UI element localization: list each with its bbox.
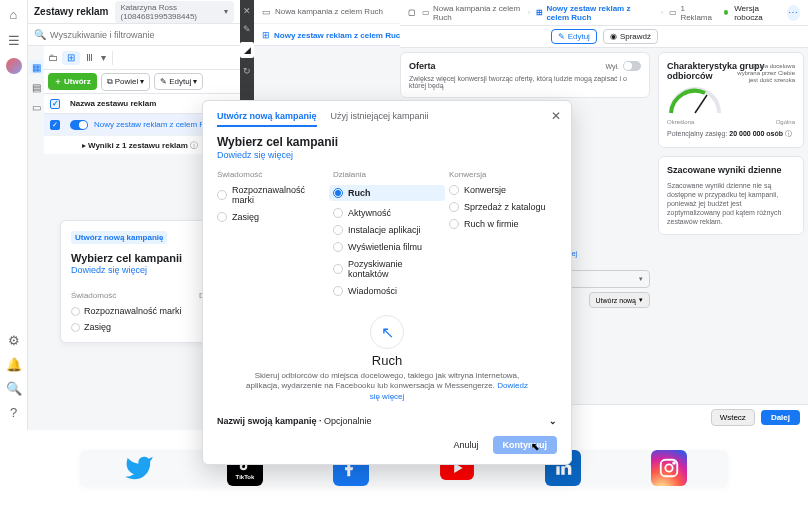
create-button[interactable]: ＋Utwórz	[48, 73, 97, 90]
search-icon: 🔍	[34, 29, 46, 40]
chevron-right-icon[interactable]: ▸	[82, 141, 86, 150]
avatar[interactable]	[6, 58, 22, 74]
offer-toggle[interactable]	[623, 61, 641, 71]
more-menu-icon[interactable]: ⋯	[787, 5, 800, 21]
review-tab[interactable]: ◉Sprawdź	[603, 29, 658, 44]
status-badge: Wersja robocza	[734, 4, 780, 22]
column-toggle-icon[interactable]: Ⅲ	[84, 52, 95, 63]
cursor-icon: ↖	[370, 315, 404, 349]
row-checkbox[interactable]: ✓	[50, 120, 60, 130]
list-view-icon[interactable]: ▭	[29, 100, 43, 114]
selected-objective-desc: Skieruj odbiorców do miejsca docelowego,…	[241, 371, 533, 402]
radio-brand-awareness[interactable]: Rozpoznawalność marki	[217, 185, 325, 205]
pencil-icon[interactable]: ✎	[242, 24, 252, 34]
radio-brand-awareness[interactable]: Rozpoznawalność marki	[71, 306, 182, 316]
help-icon[interactable]: ?	[6, 404, 22, 420]
chart-icon[interactable]: ◢	[240, 42, 254, 58]
tab-existing-campaign[interactable]: Użyj istniejącej kampanii	[331, 111, 429, 127]
top-bar: Zestawy reklam Katarzyna Ross (108468199…	[28, 0, 240, 24]
next-button[interactable]: Dalej	[761, 410, 800, 425]
view-row: 🗀 ⊞ Ⅲ ▾	[44, 46, 240, 70]
column-header-name: Nazwa zestawu reklam	[70, 99, 156, 108]
history-icon[interactable]: ↻	[242, 66, 252, 76]
estimated-results-card: Szacowane wyniki dzienne Szacowane wynik…	[658, 156, 804, 235]
chart-view-icon[interactable]: ▤	[29, 80, 43, 94]
search-row: 🔍	[28, 24, 240, 46]
radio-engagement[interactable]: Aktywność	[333, 208, 441, 218]
main-editor-column: Oferta Wył. Zwiększ więcej konwersji two…	[400, 52, 650, 104]
radio-catalog-sales[interactable]: Sprzedaż z katalogu	[449, 202, 557, 212]
radio-lead-gen[interactable]: Pozyskiwanie kontaktów	[333, 259, 441, 279]
panel-icon[interactable]: ▢	[408, 8, 416, 17]
account-name: Katarzyna Ross (1084681995398445)	[121, 3, 221, 21]
close-icon[interactable]: ✕	[551, 109, 561, 123]
breadcrumb-ad-top[interactable]: ▭1 Reklama	[669, 4, 712, 22]
learn-more-link[interactable]: Dowiedz się więcej	[217, 150, 557, 160]
breadcrumb-adset-top[interactable]: ⊞Nowy zestaw reklam z celem Ruch	[536, 4, 654, 22]
chevron-down-icon: ▾	[99, 52, 108, 63]
radio-store-traffic[interactable]: Ruch w firmie	[449, 219, 557, 229]
bell-icon[interactable]: 🔔	[6, 356, 22, 372]
grid-layout-icon[interactable]: ⊞	[62, 51, 80, 65]
chevron-down-icon: ▾	[193, 77, 197, 86]
radio-reach[interactable]: Zasięg	[217, 212, 325, 222]
close-icon[interactable]: ✕	[242, 6, 252, 16]
select-all-checkbox[interactable]: ✓	[50, 99, 60, 109]
pencil-icon: ✎	[160, 77, 167, 86]
mouse-cursor-icon: ⬉	[531, 441, 539, 452]
pencil-icon: ✎	[558, 32, 565, 41]
radio-reach[interactable]: Zasięg	[71, 322, 182, 332]
twitter-icon[interactable]	[121, 450, 157, 486]
edit-button[interactable]: ✎Edytuj▾	[154, 73, 203, 90]
search-input[interactable]	[50, 30, 234, 40]
tab-new-campaign[interactable]: Utwórz nową kampanię	[217, 111, 317, 127]
svg-line-0	[695, 95, 707, 113]
continue-button[interactable]: Kontynuuj⬉	[493, 436, 558, 454]
svg-point-4	[673, 462, 675, 464]
status-dot	[724, 10, 728, 15]
menu-icon[interactable]: ☰	[6, 32, 22, 48]
editor-subheader: ✎Edytuj ◉Sprawdź	[400, 26, 808, 48]
create-campaign-modal: ✕ Utwórz nową kampanię Użyj istniejącej …	[202, 100, 572, 465]
info-icon[interactable]: ⓘ	[785, 130, 792, 137]
modal-title: Wybierz cel kampanii	[217, 135, 557, 149]
cancel-button[interactable]: Anuluj	[445, 436, 486, 454]
search-icon[interactable]: 🔍	[6, 380, 22, 396]
info-icon[interactable]: ⓘ	[190, 140, 198, 151]
right-sidebar: Charakterystyka grupy odbiorców Określon…	[658, 52, 804, 243]
home-icon[interactable]: ⌂	[6, 6, 22, 22]
gear-icon[interactable]: ⚙	[6, 332, 22, 348]
instagram-icon[interactable]	[651, 450, 687, 486]
folder-icon[interactable]: 🗀	[48, 52, 58, 63]
folder-icon: ▭	[262, 7, 271, 17]
chevron-down-icon: ▾	[639, 296, 643, 304]
page-title: Zestawy reklam	[34, 6, 109, 17]
name-campaign-row[interactable]: Nazwij swoją kampanię · Opcjonalnie ⌄	[217, 416, 557, 426]
breadcrumb-campaign-top[interactable]: ▭Nowa kampania z celem Ruch	[422, 4, 522, 22]
section-title: Oferta	[409, 61, 436, 71]
offer-section: Oferta Wył. Zwiększ więcej konwersji two…	[400, 52, 650, 98]
account-select[interactable]: Katarzyna Ross (1084681995398445) ▾	[115, 1, 235, 23]
radio-messages[interactable]: Wiadomości	[333, 286, 441, 296]
radio-app-installs[interactable]: Instalacje aplikacji	[333, 225, 441, 235]
radio-conversions[interactable]: Konwersje	[449, 185, 557, 195]
chevron-down-icon: ▾	[224, 7, 228, 16]
breadcrumb-campaign[interactable]: Nowa kampania z celem Ruch	[275, 7, 383, 16]
radio-traffic[interactable]: Ruch	[329, 185, 445, 201]
create-new-audience-button[interactable]: Utwórz nową▾	[589, 292, 650, 308]
radio-video-views[interactable]: Wyświetlenia filmu	[333, 242, 441, 252]
copy-icon: ⧉	[107, 77, 113, 87]
breadcrumb-adset[interactable]: Nowy zestaw reklam z celem Ruch	[274, 31, 405, 40]
svg-point-3	[665, 464, 672, 471]
toolbar: ＋Utwórz ⧉Powiel▾ ✎Edytuj▾	[44, 70, 240, 94]
selected-objective-title: Ruch	[241, 353, 533, 368]
status-toggle[interactable]	[70, 120, 88, 130]
mini-card-learn-more[interactable]: Dowiedz się więcej	[71, 265, 147, 275]
duplicate-button[interactable]: ⧉Powiel▾	[101, 73, 151, 91]
left-nav-rail: ⌂ ☰ ⚙ 🔔 🔍 ?	[0, 0, 28, 430]
chevron-down-icon: ▾	[140, 77, 144, 86]
back-button[interactable]: Wstecz	[711, 409, 755, 426]
ad-icon: ▭	[669, 8, 677, 17]
edit-tab[interactable]: ✎Edytuj	[551, 29, 597, 44]
grid-view-icon[interactable]: ▦	[29, 60, 43, 74]
